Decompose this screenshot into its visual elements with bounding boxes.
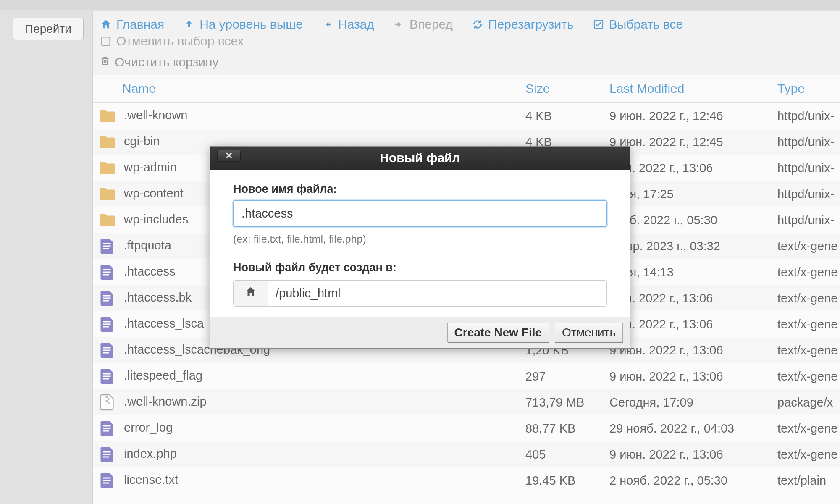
file-modified: 29 нояб. 2022 г., 04:03 xyxy=(609,415,777,441)
file-icon xyxy=(99,263,116,281)
file-type: text/plain xyxy=(777,467,840,494)
dialog-title-bar: ✕ Новый файл xyxy=(210,147,630,170)
file-type: text/x-gene xyxy=(777,363,840,389)
file-modified: февр. 2023 г., 03:32 xyxy=(609,233,777,259)
home-button[interactable]: Главная xyxy=(100,17,164,32)
folder-icon xyxy=(99,211,116,229)
file-type: httpd/unix- xyxy=(777,129,840,155)
file-type: httpd/unix- xyxy=(777,181,840,207)
file-modified: июн. 2022 г., 13:06 xyxy=(609,155,777,181)
file-name: .litespeed_flag xyxy=(124,369,202,382)
file-icon xyxy=(99,368,116,385)
file-type: text/x-gene xyxy=(777,441,840,467)
forward-button: Вперед xyxy=(393,17,453,32)
table-row[interactable]: .litespeed_flag2979 июн. 2022 г., 13:06t… xyxy=(93,363,840,389)
folder-icon xyxy=(99,107,116,125)
column-header-name[interactable]: Name xyxy=(93,75,525,103)
select-all-button[interactable]: Выбрать все xyxy=(592,17,683,32)
empty-trash-button[interactable]: Очистить корзину xyxy=(100,55,219,69)
file-type: text/x-gene xyxy=(777,415,840,441)
file-type: httpd/unix- xyxy=(777,155,840,181)
table-row[interactable]: license.txt19,45 KB2 нояб. 2022 г., 05:3… xyxy=(93,467,840,494)
trash-icon xyxy=(100,55,110,69)
reload-button[interactable]: Перезагрузить xyxy=(471,17,574,32)
file-icon xyxy=(99,341,116,359)
home-icon xyxy=(244,286,257,301)
file-size: 297 xyxy=(525,363,609,389)
arrow-left-icon xyxy=(321,18,334,31)
file-name: .well-known xyxy=(124,108,188,122)
column-header-size[interactable]: Size xyxy=(525,75,609,103)
column-header-modified[interactable]: Last Modified xyxy=(609,75,777,103)
file-size: 19,45 KB xyxy=(525,467,609,494)
file-type: text/x-gene xyxy=(777,259,840,285)
file-type: httpd/unix- xyxy=(777,207,840,233)
file-type: text/x-gene xyxy=(777,233,840,259)
file-name: .well-known.zip xyxy=(124,395,207,408)
create-file-button[interactable]: Create New File xyxy=(447,323,549,342)
file-modified: Сегодня, 17:09 xyxy=(609,389,777,415)
deselect-all-button[interactable]: Отменить выбор всех xyxy=(100,34,244,48)
file-modified: одня, 14:13 xyxy=(609,259,777,285)
arrow-up-icon xyxy=(183,18,195,31)
file-type: text/x-gene xyxy=(777,285,840,311)
check-square-icon xyxy=(592,18,605,31)
file-icon xyxy=(99,315,116,333)
dialog-close-button[interactable]: ✕ xyxy=(217,150,241,162)
table-row[interactable]: index.php4059 июн. 2022 г., 13:06text/x-… xyxy=(93,441,840,467)
file-size: 713,79 MB xyxy=(525,389,609,415)
table-row[interactable]: .well-known.zip713,79 MBСегодня, 17:09pa… xyxy=(93,389,840,415)
file-modified: 9 июн. 2022 г., 12:46 xyxy=(609,103,777,129)
file-name: .htaccess_lsca xyxy=(124,317,204,330)
file-name: wp-includes xyxy=(124,213,188,226)
file-size: 405 xyxy=(525,441,609,467)
empty-trash-label: Очистить корзину xyxy=(115,55,219,69)
refresh-icon xyxy=(471,18,484,31)
path-input[interactable] xyxy=(268,280,607,307)
filename-input[interactable] xyxy=(233,200,607,227)
filename-hint: (ex: file.txt, file.html, file.php) xyxy=(233,233,607,245)
up-level-label: На уровень выше xyxy=(200,17,303,32)
path-home-button[interactable] xyxy=(233,280,268,307)
up-level-button[interactable]: На уровень выше xyxy=(183,17,303,32)
file-name: .ftpquota xyxy=(124,239,171,252)
toolbar: Главная На уровень выше Назад Вперед Пер… xyxy=(92,11,840,77)
forward-label: Вперед xyxy=(410,17,453,32)
square-icon xyxy=(100,35,112,47)
left-sidebar: Перейти xyxy=(0,10,84,40)
back-button[interactable]: Назад xyxy=(321,17,374,32)
arrow-right-icon xyxy=(393,18,405,31)
zip-icon xyxy=(99,394,116,411)
file-modified: июн. 2022 г., 13:06 xyxy=(609,311,777,337)
go-button[interactable]: Перейти xyxy=(13,18,84,40)
close-icon: ✕ xyxy=(225,151,233,160)
select-all-label: Выбрать все xyxy=(609,17,683,32)
home-icon xyxy=(100,18,112,31)
file-modified: одня, 17:25 xyxy=(609,181,777,207)
column-header-type[interactable]: Type xyxy=(777,75,840,103)
back-label: Назад xyxy=(338,17,374,32)
folder-icon xyxy=(99,133,116,151)
file-icon xyxy=(99,289,116,307)
table-row[interactable]: error_log88,77 KB29 нояб. 2022 г., 04:03… xyxy=(93,415,840,441)
file-modified: нояб. 2022 г., 05:30 xyxy=(609,207,777,233)
file-size: 4 KB xyxy=(525,103,609,129)
home-label: Главная xyxy=(116,17,164,32)
file-modified: 9 июн. 2022 г., 13:06 xyxy=(609,441,777,467)
file-name: wp-admin xyxy=(124,160,177,174)
table-row[interactable]: .well-known4 KB9 июн. 2022 г., 12:46http… xyxy=(93,103,840,129)
file-modified: 9 июн. 2022 г., 12:45 xyxy=(609,129,777,155)
new-file-dialog: ✕ Новый файл Новое имя файла: (ex: file.… xyxy=(210,146,630,349)
file-icon xyxy=(99,237,116,255)
file-name: .htaccess.bk xyxy=(124,291,192,304)
cancel-button[interactable]: Отменить xyxy=(555,323,623,342)
file-type: text/x-gene xyxy=(777,311,840,337)
file-modified: июн. 2022 г., 13:06 xyxy=(609,285,777,311)
file-modified: 2 нояб. 2022 г., 05:30 xyxy=(609,467,777,494)
file-type: httpd/unix- xyxy=(777,103,840,129)
file-modified: 9 июн. 2022 г., 13:06 xyxy=(609,363,777,389)
file-type: package/x xyxy=(777,389,840,415)
file-icon xyxy=(99,446,116,463)
file-icon xyxy=(99,472,116,489)
filename-label: Новое имя файла: xyxy=(233,183,607,196)
